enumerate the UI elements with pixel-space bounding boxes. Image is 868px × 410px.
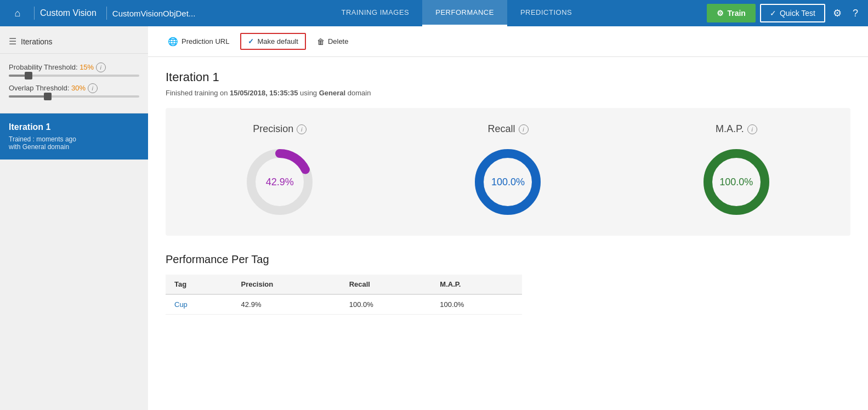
iteration-list-item[interactable]: Iteration 1 Trained : moments ago with G… bbox=[0, 113, 148, 160]
settings-button[interactable]: ⚙ bbox=[830, 5, 845, 21]
thresholds-panel: Probability Threshold: 15% i Overlap Thr… bbox=[0, 54, 148, 113]
precision-donut: 42.9% bbox=[241, 144, 318, 220]
make-default-button[interactable]: ✓ Make default bbox=[240, 33, 305, 50]
app-title: Custom Vision bbox=[40, 8, 97, 18]
page-content: Iteration 1 Finished training on 15/05/2… bbox=[148, 57, 868, 328]
col-map: M.A.P. bbox=[431, 275, 522, 294]
table-row: Cup 42.9% 100.0% 100.0% bbox=[166, 294, 522, 315]
training-description: Finished training on 15/05/2018, 15:35:3… bbox=[166, 89, 850, 97]
iterations-icon: ☰ bbox=[9, 36, 16, 47]
probability-slider[interactable] bbox=[9, 75, 139, 77]
overlap-threshold-value: 30% bbox=[71, 84, 86, 92]
recall-info-icon[interactable]: i bbox=[519, 124, 529, 134]
probability-info-icon[interactable]: i bbox=[96, 62, 106, 72]
header-divider bbox=[34, 7, 35, 20]
iteration-item-trained: Trained : moments ago bbox=[9, 135, 139, 143]
main-nav: TRAINING IMAGES PERFORMANCE PREDICTIONS bbox=[206, 0, 707, 26]
precision-value: 42.9% bbox=[266, 176, 294, 188]
home-button[interactable]: ⌂ bbox=[7, 0, 29, 26]
recall-label: Recall i bbox=[487, 123, 528, 135]
map-donut: 100.0% bbox=[698, 144, 775, 220]
probability-threshold-label: Probability Threshold: 15% i bbox=[9, 62, 139, 72]
content-toolbar: 🌐 Prediction URL ✓ Make default 🗑 Delete bbox=[148, 26, 868, 57]
overlap-slider[interactable] bbox=[9, 95, 139, 98]
recall-metric: Recall i 100.0% bbox=[394, 123, 622, 220]
header-divider2 bbox=[106, 7, 107, 20]
precision-label: Precision i bbox=[253, 123, 307, 135]
header-actions: ⚙ Train ✓ Quick Test ⚙ ? bbox=[707, 4, 861, 22]
map-value: 100.0% bbox=[719, 176, 753, 188]
map-label: M.A.P. i bbox=[716, 123, 757, 135]
main-content: 🌐 Prediction URL ✓ Make default 🗑 Delete… bbox=[148, 26, 868, 410]
overlap-info-icon[interactable]: i bbox=[88, 83, 98, 93]
check-icon: ✓ bbox=[248, 37, 254, 45]
tag-cup-recall: 100.0% bbox=[341, 294, 432, 315]
tab-performance[interactable]: PERFORMANCE bbox=[422, 0, 507, 26]
globe-icon: 🌐 bbox=[168, 37, 178, 47]
tag-cup-link[interactable]: Cup bbox=[166, 294, 232, 315]
metrics-box: Precision i 42.9% bbox=[166, 108, 850, 236]
col-tag: Tag bbox=[166, 275, 232, 294]
perf-table: Tag Precision Recall M.A.P. Cup 42.9% 10… bbox=[166, 275, 522, 315]
perf-per-tag-title: Performance Per Tag bbox=[166, 253, 850, 266]
checkmark-icon: ✓ bbox=[770, 9, 776, 18]
iterations-label: Iterations bbox=[21, 37, 53, 46]
iterations-header: ☰ Iterations bbox=[0, 26, 148, 54]
table-header-row: Tag Precision Recall M.A.P. bbox=[166, 275, 522, 294]
col-precision: Precision bbox=[232, 275, 341, 294]
delete-button[interactable]: 🗑 Delete bbox=[310, 34, 355, 49]
tab-predictions[interactable]: PREDICTIONS bbox=[507, 0, 585, 26]
tag-cup-precision: 42.9% bbox=[232, 294, 341, 315]
train-button[interactable]: ⚙ Train bbox=[707, 4, 755, 22]
col-recall: Recall bbox=[341, 275, 432, 294]
page-title: Iteration 1 bbox=[166, 70, 850, 84]
iteration-item-domain: with General domain bbox=[9, 143, 139, 151]
app-layout: ☰ Iterations Probability Threshold: 15% … bbox=[0, 26, 868, 410]
help-button[interactable]: ? bbox=[849, 5, 861, 21]
tag-cup-map: 100.0% bbox=[431, 294, 522, 315]
overlap-threshold-label: Overlap Threshold: 30% i bbox=[9, 83, 139, 93]
probability-slider-thumb[interactable] bbox=[25, 72, 32, 79]
overlap-slider-thumb[interactable] bbox=[44, 93, 52, 100]
overlap-threshold-row: Overlap Threshold: 30% i bbox=[9, 83, 139, 98]
trash-icon: 🗑 bbox=[317, 37, 325, 46]
project-name[interactable]: CustomVisionObjDet... bbox=[112, 9, 195, 18]
probability-threshold-value: 15% bbox=[80, 63, 94, 71]
header: ⌂ Custom Vision CustomVisionObjDet... TR… bbox=[0, 0, 868, 26]
iteration-item-title: Iteration 1 bbox=[9, 122, 139, 132]
map-metric: M.A.P. i 100.0% bbox=[622, 123, 850, 220]
recall-value: 100.0% bbox=[491, 176, 525, 188]
probability-threshold-row: Probability Threshold: 15% i bbox=[9, 62, 139, 77]
map-info-icon[interactable]: i bbox=[747, 124, 757, 134]
prediction-url-button[interactable]: 🌐 Prediction URL bbox=[161, 33, 236, 50]
train-icon: ⚙ bbox=[717, 9, 724, 18]
precision-info-icon[interactable]: i bbox=[297, 124, 307, 134]
recall-donut: 100.0% bbox=[469, 144, 546, 220]
quick-test-button[interactable]: ✓ Quick Test bbox=[760, 4, 825, 22]
precision-metric: Precision i 42.9% bbox=[166, 123, 394, 220]
overlap-slider-track bbox=[9, 95, 48, 98]
sidebar: ☰ Iterations Probability Threshold: 15% … bbox=[0, 26, 148, 410]
table-body: Cup 42.9% 100.0% 100.0% bbox=[166, 294, 522, 315]
table-head: Tag Precision Recall M.A.P. bbox=[166, 275, 522, 294]
tab-training-images[interactable]: TRAINING IMAGES bbox=[328, 0, 422, 26]
